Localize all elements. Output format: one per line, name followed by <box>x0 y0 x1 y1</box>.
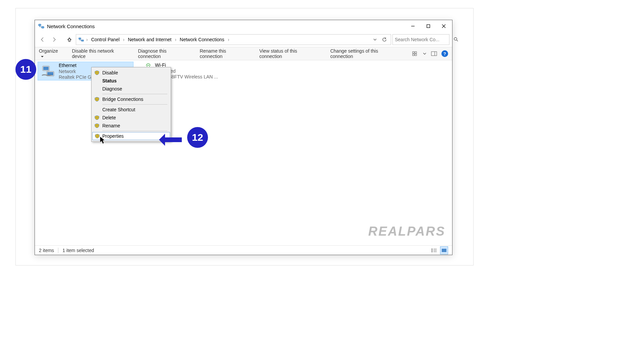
address-bar: › Control Panel › Network and Internet ›… <box>35 32 452 47</box>
status-separator <box>58 248 58 253</box>
context-label: Status <box>102 78 117 83</box>
menu-separator <box>102 94 167 94</box>
svg-rect-3 <box>427 25 430 28</box>
chevron-right-icon[interactable]: › <box>86 37 89 42</box>
context-label: Disable <box>102 70 118 75</box>
statusbar: 2 items 1 item selected <box>35 245 452 255</box>
callout-badge-12: 12 <box>187 127 208 148</box>
mouse-cursor-icon <box>99 136 106 144</box>
view-status-command[interactable]: View status of this connection <box>259 48 321 59</box>
svg-rect-14 <box>431 52 437 56</box>
search-icon[interactable] <box>453 37 458 43</box>
refresh-button[interactable] <box>380 35 389 44</box>
callout-badge-11: 11 <box>15 59 36 80</box>
minimize-button[interactable] <box>405 21 421 32</box>
breadcrumb-network-connections[interactable]: Network Connections <box>178 37 226 42</box>
maximize-button[interactable] <box>421 21 436 32</box>
close-button[interactable] <box>436 21 451 32</box>
svg-point-8 <box>454 38 457 40</box>
nav-up-button[interactable] <box>64 35 74 45</box>
svg-point-24 <box>432 248 433 249</box>
chevron-right-icon[interactable]: › <box>227 37 230 42</box>
window-title: Network Connections <box>47 23 95 29</box>
ethernet-adapter-icon <box>40 63 56 79</box>
context-label: Bridge Connections <box>102 97 143 102</box>
context-label: Create Shortcut <box>102 107 135 112</box>
preview-pane-button[interactable] <box>430 50 438 58</box>
context-disable[interactable]: Disable <box>92 69 170 77</box>
disable-device-command[interactable]: Disable this network device <box>72 48 129 59</box>
search-box[interactable] <box>392 34 449 45</box>
svg-rect-6 <box>79 38 81 39</box>
nav-back-button[interactable] <box>38 35 48 45</box>
titlebar: Network Connections <box>35 20 452 32</box>
network-connections-window: Network Connections › <box>35 20 452 255</box>
network-panel-icon <box>78 37 84 43</box>
svg-line-9 <box>457 40 458 41</box>
status-selected-count: 1 item selected <box>62 248 94 253</box>
svg-rect-19 <box>47 72 53 75</box>
context-create-shortcut[interactable]: Create Shortcut <box>92 106 170 114</box>
uac-shield-icon <box>94 123 100 128</box>
watermark: REALPARS <box>368 224 445 239</box>
uac-shield-icon <box>94 115 100 120</box>
organize-menu[interactable]: Organize <box>39 48 63 59</box>
view-large-icons-button[interactable] <box>440 246 448 254</box>
help-button[interactable]: ? <box>441 50 448 57</box>
nav-forward-button[interactable] <box>49 35 59 45</box>
svg-rect-10 <box>413 52 414 53</box>
svg-rect-30 <box>442 249 446 252</box>
command-bar: Organize Disable this network device Dia… <box>35 47 452 60</box>
tutorial-arrow <box>159 134 182 146</box>
view-dropdown-button[interactable] <box>423 50 427 58</box>
svg-point-28 <box>432 251 433 252</box>
address-dropdown-button[interactable] <box>371 35 379 44</box>
svg-rect-17 <box>43 67 49 70</box>
svg-rect-0 <box>39 24 41 26</box>
context-label: Diagnose <box>102 86 122 92</box>
window-controls <box>405 21 451 32</box>
uac-shield-icon <box>94 70 100 75</box>
search-input[interactable] <box>395 37 453 42</box>
menu-separator <box>102 104 167 105</box>
context-label: Rename <box>102 123 120 128</box>
menu-separator <box>102 131 167 131</box>
rename-command[interactable]: Rename this connection <box>200 48 250 59</box>
breadcrumb-network-internet[interactable]: Network and Internet <box>126 37 173 42</box>
network-app-icon <box>38 23 44 29</box>
chevron-right-icon[interactable]: › <box>174 37 177 42</box>
context-status[interactable]: Status <box>92 77 170 85</box>
context-delete[interactable]: Delete <box>92 114 170 122</box>
chevron-right-icon[interactable]: › <box>122 37 125 42</box>
context-menu: Disable Status Diagnose Bridge Connectio… <box>91 67 171 142</box>
view-details-button[interactable] <box>430 246 438 254</box>
context-label: Delete <box>102 115 116 120</box>
diagnose-command[interactable]: Diagnose this connection <box>138 48 191 59</box>
context-diagnose[interactable]: Diagnose <box>92 85 170 93</box>
svg-rect-12 <box>413 54 414 56</box>
svg-rect-13 <box>415 54 417 56</box>
breadcrumb-control-panel[interactable]: Control Panel <box>90 37 121 42</box>
change-settings-command[interactable]: Change settings of this connection <box>330 48 402 59</box>
breadcrumb-bar[interactable]: › Control Panel › Network and Internet ›… <box>76 34 391 45</box>
context-bridge[interactable]: Bridge Connections <box>92 95 170 103</box>
view-options-button[interactable] <box>411 50 419 58</box>
uac-shield-icon <box>94 97 100 102</box>
svg-point-26 <box>432 250 433 251</box>
context-rename[interactable]: Rename <box>92 122 170 130</box>
svg-rect-11 <box>415 52 417 53</box>
status-item-count: 2 items <box>39 248 54 253</box>
svg-rect-1 <box>42 26 44 28</box>
connections-list: Ethernet Network Realtek PCIe Gb... Wi-F… <box>35 60 452 245</box>
